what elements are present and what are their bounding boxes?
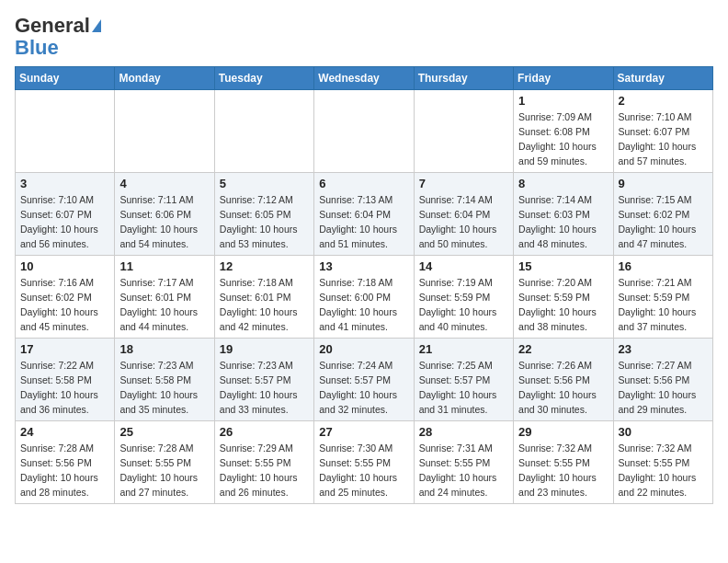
page-header: General Blue: [15, 15, 713, 59]
day-info: Sunrise: 7:10 AM Sunset: 6:07 PM Dayligh…: [20, 193, 109, 251]
day-info: Sunrise: 7:22 AM Sunset: 5:58 PM Dayligh…: [20, 359, 109, 417]
calendar-cell: 27Sunrise: 7:30 AM Sunset: 5:55 PM Dayli…: [314, 421, 414, 504]
calendar-cell: 18Sunrise: 7:23 AM Sunset: 5:58 PM Dayli…: [115, 339, 214, 421]
day-number: 28: [419, 425, 508, 439]
day-info: Sunrise: 7:27 AM Sunset: 5:56 PM Dayligh…: [619, 359, 708, 417]
calendar-cell: 29Sunrise: 7:32 AM Sunset: 5:55 PM Dayli…: [514, 421, 613, 504]
calendar-cell: 1Sunrise: 7:09 AM Sunset: 6:08 PM Daylig…: [514, 90, 613, 173]
day-info: Sunrise: 7:21 AM Sunset: 5:59 PM Dayligh…: [619, 276, 708, 334]
day-info: Sunrise: 7:32 AM Sunset: 5:55 PM Dayligh…: [619, 442, 708, 500]
day-number: 22: [518, 342, 608, 356]
day-number: 8: [518, 177, 608, 190]
day-info: Sunrise: 7:30 AM Sunset: 5:55 PM Dayligh…: [319, 442, 408, 500]
calendar-cell: [214, 90, 313, 173]
calendar-cell: 12Sunrise: 7:18 AM Sunset: 6:01 PM Dayli…: [214, 256, 313, 339]
day-number: 11: [119, 259, 209, 273]
day-info: Sunrise: 7:23 AM Sunset: 5:57 PM Dayligh…: [220, 359, 309, 417]
day-number: 30: [619, 425, 708, 439]
day-info: Sunrise: 7:18 AM Sunset: 6:00 PM Dayligh…: [319, 276, 408, 334]
day-number: 6: [319, 177, 408, 190]
day-number: 12: [220, 259, 309, 273]
day-info: Sunrise: 7:17 AM Sunset: 6:01 PM Dayligh…: [119, 276, 209, 334]
calendar-cell: 16Sunrise: 7:21 AM Sunset: 5:59 PM Dayli…: [613, 256, 712, 339]
day-info: Sunrise: 7:14 AM Sunset: 6:03 PM Dayligh…: [518, 193, 608, 251]
calendar-cell: 9Sunrise: 7:15 AM Sunset: 6:02 PM Daylig…: [613, 173, 712, 256]
day-number: 27: [319, 425, 408, 439]
day-info: Sunrise: 7:18 AM Sunset: 6:01 PM Dayligh…: [220, 276, 309, 334]
calendar-cell: 22Sunrise: 7:26 AM Sunset: 5:56 PM Dayli…: [514, 339, 613, 421]
calendar-cell: 20Sunrise: 7:24 AM Sunset: 5:57 PM Dayli…: [314, 339, 414, 421]
day-number: 10: [20, 259, 109, 273]
day-info: Sunrise: 7:09 AM Sunset: 6:08 PM Dayligh…: [518, 110, 608, 168]
day-info: Sunrise: 7:10 AM Sunset: 6:07 PM Dayligh…: [619, 110, 708, 168]
day-number: 14: [419, 259, 508, 273]
day-info: Sunrise: 7:29 AM Sunset: 5:55 PM Dayligh…: [220, 442, 309, 500]
calendar-cell: 2Sunrise: 7:10 AM Sunset: 6:07 PM Daylig…: [613, 90, 712, 173]
calendar-week-3: 10Sunrise: 7:16 AM Sunset: 6:02 PM Dayli…: [16, 256, 713, 339]
day-info: Sunrise: 7:24 AM Sunset: 5:57 PM Dayligh…: [319, 359, 408, 417]
day-number: 9: [619, 177, 708, 190]
weekday-header-saturday: Saturday: [613, 67, 712, 90]
day-info: Sunrise: 7:16 AM Sunset: 6:02 PM Dayligh…: [20, 276, 109, 334]
day-info: Sunrise: 7:19 AM Sunset: 5:59 PM Dayligh…: [419, 276, 508, 334]
calendar-cell: 3Sunrise: 7:10 AM Sunset: 6:07 PM Daylig…: [16, 173, 115, 256]
calendar-cell: 25Sunrise: 7:28 AM Sunset: 5:55 PM Dayli…: [115, 421, 214, 504]
calendar-cell: 23Sunrise: 7:27 AM Sunset: 5:56 PM Dayli…: [613, 339, 712, 421]
day-info: Sunrise: 7:14 AM Sunset: 6:04 PM Dayligh…: [419, 193, 508, 251]
day-info: Sunrise: 7:26 AM Sunset: 5:56 PM Dayligh…: [518, 359, 608, 417]
day-info: Sunrise: 7:15 AM Sunset: 6:02 PM Dayligh…: [619, 193, 708, 251]
day-number: 13: [319, 259, 408, 273]
day-info: Sunrise: 7:11 AM Sunset: 6:06 PM Dayligh…: [119, 193, 209, 251]
day-number: 16: [619, 259, 708, 273]
calendar-cell: 19Sunrise: 7:23 AM Sunset: 5:57 PM Dayli…: [214, 339, 313, 421]
calendar-cell: 6Sunrise: 7:13 AM Sunset: 6:04 PM Daylig…: [314, 173, 414, 256]
calendar-cell: 30Sunrise: 7:32 AM Sunset: 5:55 PM Dayli…: [613, 421, 712, 504]
day-number: 3: [20, 177, 109, 190]
day-number: 25: [119, 425, 209, 439]
calendar-cell: 14Sunrise: 7:19 AM Sunset: 5:59 PM Dayli…: [414, 256, 513, 339]
day-info: Sunrise: 7:32 AM Sunset: 5:55 PM Dayligh…: [518, 442, 608, 500]
calendar-cell: [115, 90, 214, 173]
weekday-header-thursday: Thursday: [414, 67, 513, 90]
weekday-header-tuesday: Tuesday: [214, 67, 313, 90]
day-info: Sunrise: 7:31 AM Sunset: 5:55 PM Dayligh…: [419, 442, 508, 500]
calendar-cell: [314, 90, 414, 173]
calendar-cell: 26Sunrise: 7:29 AM Sunset: 5:55 PM Dayli…: [214, 421, 313, 504]
calendar-cell: 21Sunrise: 7:25 AM Sunset: 5:57 PM Dayli…: [414, 339, 513, 421]
weekday-header-sunday: Sunday: [16, 67, 115, 90]
calendar-week-5: 24Sunrise: 7:28 AM Sunset: 5:56 PM Dayli…: [16, 421, 713, 504]
calendar-cell: 28Sunrise: 7:31 AM Sunset: 5:55 PM Dayli…: [414, 421, 513, 504]
day-info: Sunrise: 7:28 AM Sunset: 5:55 PM Dayligh…: [119, 442, 209, 500]
day-number: 18: [119, 342, 209, 356]
day-number: 4: [119, 177, 209, 190]
calendar-table: SundayMondayTuesdayWednesdayThursdayFrid…: [15, 66, 713, 504]
calendar-cell: [414, 90, 513, 173]
day-number: 24: [20, 425, 109, 439]
calendar-cell: 24Sunrise: 7:28 AM Sunset: 5:56 PM Dayli…: [16, 421, 115, 504]
day-info: Sunrise: 7:13 AM Sunset: 6:04 PM Dayligh…: [319, 193, 408, 251]
calendar-header-row: SundayMondayTuesdayWednesdayThursdayFrid…: [16, 67, 713, 90]
day-number: 21: [419, 342, 508, 356]
weekday-header-friday: Friday: [514, 67, 613, 90]
calendar-cell: [16, 90, 115, 173]
day-number: 15: [518, 259, 608, 273]
weekday-header-monday: Monday: [115, 67, 214, 90]
calendar-cell: 4Sunrise: 7:11 AM Sunset: 6:06 PM Daylig…: [115, 173, 214, 256]
day-number: 19: [220, 342, 309, 356]
calendar-cell: 13Sunrise: 7:18 AM Sunset: 6:00 PM Dayli…: [314, 256, 414, 339]
day-info: Sunrise: 7:23 AM Sunset: 5:58 PM Dayligh…: [119, 359, 209, 417]
day-info: Sunrise: 7:28 AM Sunset: 5:56 PM Dayligh…: [20, 442, 109, 500]
day-info: Sunrise: 7:12 AM Sunset: 6:05 PM Dayligh…: [220, 193, 309, 251]
calendar-week-4: 17Sunrise: 7:22 AM Sunset: 5:58 PM Dayli…: [16, 339, 713, 421]
calendar-cell: 11Sunrise: 7:17 AM Sunset: 6:01 PM Dayli…: [115, 256, 214, 339]
logo-triangle-icon: [92, 19, 101, 32]
calendar-cell: 5Sunrise: 7:12 AM Sunset: 6:05 PM Daylig…: [214, 173, 313, 256]
day-number: 17: [20, 342, 109, 356]
day-info: Sunrise: 7:20 AM Sunset: 5:59 PM Dayligh…: [518, 276, 608, 334]
logo-text-general: General: [15, 15, 90, 37]
logo-text-blue: Blue: [15, 37, 59, 59]
logo: General Blue: [15, 15, 101, 59]
calendar-cell: 8Sunrise: 7:14 AM Sunset: 6:03 PM Daylig…: [514, 173, 613, 256]
calendar-cell: 10Sunrise: 7:16 AM Sunset: 6:02 PM Dayli…: [16, 256, 115, 339]
calendar-cell: 7Sunrise: 7:14 AM Sunset: 6:04 PM Daylig…: [414, 173, 513, 256]
